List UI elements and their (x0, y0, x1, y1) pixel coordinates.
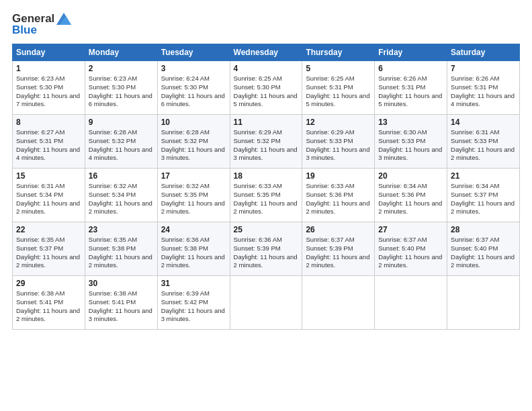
day-cell: 18 Sunrise: 6:33 AM Sunset: 5:35 PM Dayl… (230, 169, 302, 222)
daylight-label: Daylight: 11 hours and 5 minutes. (378, 92, 442, 108)
day-number: 9 (89, 118, 154, 127)
day-number: 30 (89, 279, 154, 288)
calendar-table: Sunday Monday Tuesday Wednesday Thursday… (12, 44, 520, 330)
day-cell: 3 Sunrise: 6:24 AM Sunset: 5:30 PM Dayli… (157, 61, 230, 115)
sunset-label: Sunset: 5:38 PM (161, 244, 208, 252)
sunrise-label: Sunrise: 6:33 AM (306, 182, 354, 189)
day-number: 31 (161, 279, 226, 288)
daylight-label: Daylight: 11 hours and 3 minutes. (234, 146, 298, 162)
sunset-label: Sunset: 5:38 PM (89, 244, 136, 252)
sunset-label: Sunset: 5:36 PM (378, 191, 425, 198)
sunset-label: Sunset: 5:33 PM (306, 137, 353, 144)
sunrise-label: Sunrise: 6:36 AM (161, 236, 210, 243)
day-cell (375, 276, 447, 330)
day-info: Sunrise: 6:23 AM Sunset: 5:30 PM Dayligh… (89, 75, 154, 109)
day-number: 19 (306, 171, 371, 181)
day-info: Sunrise: 6:34 AM Sunset: 5:36 PM Dayligh… (378, 182, 443, 216)
daylight-label: Daylight: 11 hours and 3 minutes. (161, 307, 225, 323)
week-row-2: 8 Sunrise: 6:27 AM Sunset: 5:31 PM Dayli… (13, 115, 520, 169)
day-cell: 25 Sunrise: 6:36 AM Sunset: 5:39 PM Dayl… (230, 222, 302, 276)
day-info: Sunrise: 6:33 AM Sunset: 5:36 PM Dayligh… (306, 182, 371, 216)
day-cell: 9 Sunrise: 6:28 AM Sunset: 5:32 PM Dayli… (85, 115, 157, 169)
sunrise-label: Sunrise: 6:34 AM (451, 182, 499, 189)
sunrise-label: Sunrise: 6:33 AM (234, 182, 282, 189)
col-saturday: Saturday (447, 44, 520, 61)
day-cell: 12 Sunrise: 6:29 AM Sunset: 5:33 PM Dayl… (302, 115, 375, 169)
day-number: 12 (306, 118, 371, 127)
sunrise-label: Sunrise: 6:28 AM (89, 128, 137, 136)
day-cell: 14 Sunrise: 6:31 AM Sunset: 5:33 PM Dayl… (447, 115, 520, 169)
sunset-label: Sunset: 5:30 PM (16, 83, 63, 91)
daylight-label: Daylight: 11 hours and 2 minutes. (234, 199, 298, 216)
day-cell: 11 Sunrise: 6:29 AM Sunset: 5:32 PM Dayl… (230, 115, 302, 169)
day-number: 18 (234, 171, 299, 181)
day-cell: 20 Sunrise: 6:34 AM Sunset: 5:36 PM Dayl… (375, 169, 447, 222)
day-info: Sunrise: 6:31 AM Sunset: 5:34 PM Dayligh… (16, 182, 81, 216)
day-cell: 28 Sunrise: 6:37 AM Sunset: 5:40 PM Dayl… (447, 222, 520, 276)
day-info: Sunrise: 6:25 AM Sunset: 5:30 PM Dayligh… (234, 75, 299, 109)
daylight-label: Daylight: 11 hours and 2 minutes. (451, 253, 515, 269)
day-number: 10 (161, 118, 226, 127)
week-row-4: 22 Sunrise: 6:35 AM Sunset: 5:37 PM Dayl… (13, 222, 520, 276)
day-number: 7 (451, 64, 516, 73)
sunrise-label: Sunrise: 6:31 AM (451, 128, 499, 136)
day-number: 27 (378, 225, 443, 234)
day-number: 13 (378, 118, 443, 127)
sunrise-label: Sunrise: 6:39 AM (161, 289, 210, 297)
sunrise-label: Sunrise: 6:32 AM (161, 182, 210, 189)
day-number: 17 (161, 171, 226, 181)
day-info: Sunrise: 6:29 AM Sunset: 5:32 PM Dayligh… (234, 128, 299, 163)
sunrise-label: Sunrise: 6:23 AM (16, 75, 64, 82)
daylight-label: Daylight: 11 hours and 5 minutes. (306, 92, 369, 108)
daylight-label: Daylight: 11 hours and 2 minutes. (16, 253, 80, 269)
sunset-label: Sunset: 5:37 PM (451, 191, 498, 198)
sunrise-label: Sunrise: 6:38 AM (89, 289, 137, 297)
day-number: 15 (16, 171, 81, 181)
day-cell (302, 276, 375, 330)
daylight-label: Daylight: 11 hours and 2 minutes. (451, 199, 515, 216)
day-cell: 10 Sunrise: 6:28 AM Sunset: 5:32 PM Dayl… (157, 115, 230, 169)
sunrise-label: Sunrise: 6:31 AM (16, 182, 64, 189)
sunset-label: Sunset: 5:31 PM (16, 137, 63, 144)
day-cell: 5 Sunrise: 6:25 AM Sunset: 5:31 PM Dayli… (302, 61, 375, 115)
sunrise-label: Sunrise: 6:26 AM (451, 75, 499, 82)
daylight-label: Daylight: 11 hours and 2 minutes. (234, 253, 298, 269)
day-number: 1 (16, 64, 81, 73)
sunrise-label: Sunrise: 6:30 AM (378, 128, 427, 136)
day-cell: 23 Sunrise: 6:35 AM Sunset: 5:38 PM Dayl… (85, 222, 157, 276)
col-wednesday: Wednesday (230, 44, 302, 61)
sunset-label: Sunset: 5:31 PM (306, 83, 353, 91)
day-number: 24 (161, 225, 226, 234)
sunset-label: Sunset: 5:30 PM (161, 83, 208, 91)
daylight-label: Daylight: 11 hours and 4 minutes. (451, 92, 515, 108)
daylight-label: Daylight: 11 hours and 2 minutes. (16, 199, 80, 216)
day-number: 16 (89, 171, 154, 181)
day-info: Sunrise: 6:27 AM Sunset: 5:31 PM Dayligh… (16, 128, 81, 163)
day-info: Sunrise: 6:32 AM Sunset: 5:35 PM Dayligh… (161, 182, 226, 216)
sunset-label: Sunset: 5:39 PM (234, 244, 281, 252)
day-number: 25 (234, 225, 299, 234)
day-info: Sunrise: 6:37 AM Sunset: 5:40 PM Dayligh… (451, 236, 516, 270)
day-number: 2 (89, 64, 154, 73)
day-info: Sunrise: 6:32 AM Sunset: 5:34 PM Dayligh… (89, 182, 154, 216)
day-number: 4 (234, 64, 299, 73)
day-info: Sunrise: 6:37 AM Sunset: 5:40 PM Dayligh… (378, 236, 443, 270)
day-cell (447, 276, 520, 330)
day-cell: 13 Sunrise: 6:30 AM Sunset: 5:33 PM Dayl… (375, 115, 447, 169)
sunset-label: Sunset: 5:41 PM (16, 298, 63, 306)
header: General Blue (12, 12, 520, 37)
sunrise-label: Sunrise: 6:25 AM (234, 75, 282, 82)
day-info: Sunrise: 6:24 AM Sunset: 5:30 PM Dayligh… (161, 75, 226, 109)
day-cell: 16 Sunrise: 6:32 AM Sunset: 5:34 PM Dayl… (85, 169, 157, 222)
day-cell: 2 Sunrise: 6:23 AM Sunset: 5:30 PM Dayli… (85, 61, 157, 115)
sunset-label: Sunset: 5:35 PM (234, 191, 281, 198)
day-cell: 26 Sunrise: 6:37 AM Sunset: 5:39 PM Dayl… (302, 222, 375, 276)
sunset-label: Sunset: 5:33 PM (378, 137, 425, 144)
sunrise-label: Sunrise: 6:34 AM (378, 182, 427, 189)
sunset-label: Sunset: 5:31 PM (378, 83, 425, 91)
sunset-label: Sunset: 5:34 PM (16, 191, 63, 198)
sunset-label: Sunset: 5:35 PM (161, 191, 208, 198)
sunrise-label: Sunrise: 6:37 AM (306, 236, 354, 243)
day-number: 14 (451, 118, 516, 127)
day-number: 3 (161, 64, 226, 73)
